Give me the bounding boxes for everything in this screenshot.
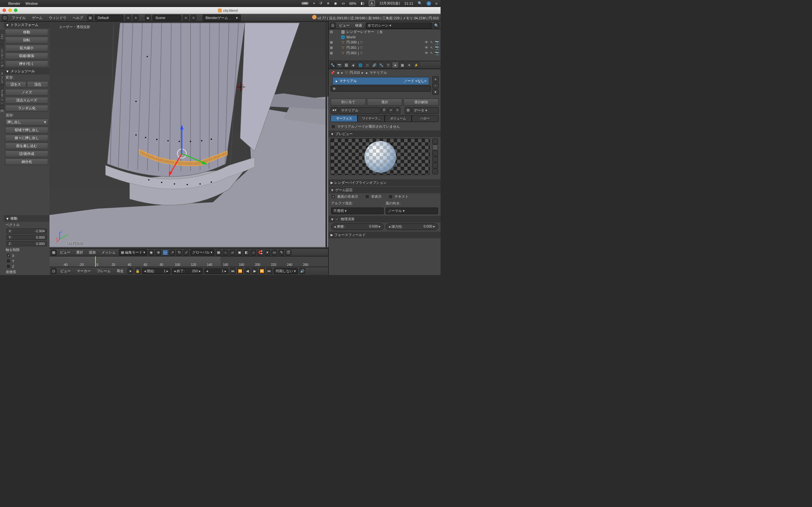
smooth-vertex-button[interactable]: 頂点スムーズ (5, 97, 48, 104)
menu-file[interactable]: ファイル (9, 15, 28, 21)
constraint-z-checkbox[interactable] (6, 264, 10, 268)
jump-start-icon[interactable]: ⏮ (230, 268, 236, 274)
friction-field[interactable]: ◂ 摩擦:0.500 ▸ (331, 223, 384, 230)
text-checkbox[interactable] (389, 194, 393, 199)
face-dropdown[interactable]: ノーマル ▾ (386, 208, 438, 214)
vector-y-field[interactable]: Y:0.000 (6, 235, 47, 240)
cursor-icon[interactable]: ↖ (430, 40, 433, 44)
fake-user-toggle[interactable]: F (381, 107, 387, 114)
sel-vertex-icon[interactable]: ▫ (223, 250, 229, 256)
prop-tab-object[interactable]: □ (364, 62, 370, 68)
wire-tab[interactable]: ワイヤーフ... (357, 115, 385, 122)
info-editor-icon[interactable]: ⓘ (2, 15, 8, 20)
tab-gpencil[interactable]: グリースペン (0, 85, 4, 105)
backface-checkbox[interactable] (331, 194, 335, 199)
inset-button[interactable]: 面を差し込む (5, 143, 48, 149)
extrude-individual-button[interactable]: 個々に押し出し (5, 135, 48, 141)
randomize-button[interactable]: ランダム化 (5, 105, 48, 112)
mode-dropdown[interactable]: ▦ 編集モード ▾ (119, 249, 147, 256)
manipulator-scale-icon[interactable]: ⤢ (183, 250, 189, 256)
vertex-slide-button[interactable]: 頂点 (27, 81, 48, 88)
manipulator-toggle-icon[interactable]: ↔ (162, 250, 168, 256)
scale-button[interactable]: 拡大縮小 (5, 45, 48, 51)
zoom-button[interactable] (14, 9, 17, 12)
material-unlink-icon[interactable]: × (395, 107, 400, 114)
elastic-field[interactable]: ◂ 弾力性:0.000 ▸ (386, 223, 438, 230)
scene-dropdown[interactable]: Scene (153, 15, 181, 20)
material-new-icon[interactable]: + (388, 107, 394, 114)
autokey-icon[interactable]: ● (128, 268, 133, 274)
outliner-filter[interactable]: 全てのシーン ▾ (366, 22, 432, 29)
select-menu[interactable]: 選択 (74, 249, 85, 256)
outliner-row-world[interactable]: 🌐World (328, 35, 441, 40)
push-button[interactable]: 押す/引く (5, 60, 48, 67)
preview-cube-icon[interactable] (432, 151, 438, 156)
assign-button[interactable]: 割り当て (331, 99, 366, 106)
mesh-tools-header[interactable]: ▼ メッシュツール (4, 68, 49, 74)
wifi-icon[interactable]: ◉ (334, 1, 337, 5)
prop-tab-material[interactable]: ● (392, 62, 398, 68)
noise-button[interactable]: ノイズ (5, 89, 48, 96)
slot-menu-icon[interactable]: ▾ (432, 89, 439, 95)
extrude-dropdown[interactable]: 押し出し▾ (5, 119, 48, 125)
engine-dropdown[interactable]: Blenderゲーム▾ (203, 14, 241, 21)
use-nodes-checkbox[interactable] (331, 124, 335, 129)
extrude-region-button[interactable]: 領域で押し出し (5, 127, 48, 133)
halo-tab[interactable]: ハロー (412, 115, 439, 122)
tl-playback[interactable]: 再生 (114, 268, 126, 274)
snap-icon[interactable]: 🧲 (258, 250, 263, 256)
outliner[interactable]: ⊟🖼レンダーレイヤー| 🖻 🌐World ⊞▽円.000 | ▽👁↖📷 ⊞▽円.… (328, 29, 441, 61)
slot-remove-icon[interactable]: − (432, 83, 439, 89)
outliner-row-circle000[interactable]: ⊞▽円.000 | ▽👁↖📷 (328, 40, 441, 45)
sel-edge-icon[interactable]: ▱ (230, 250, 235, 256)
3d-viewport[interactable]: ユーザー・透視投影 z y x (1) 円.010 (49, 21, 328, 248)
play-icon[interactable]: ▶ (252, 268, 258, 274)
material-slot-empty[interactable]: ⊕ (331, 86, 431, 92)
input-method[interactable]: あ (369, 1, 375, 6)
pin-icon[interactable]: 📌 (331, 71, 335, 75)
preview-world-icon[interactable] (432, 169, 438, 174)
eye-icon[interactable]: 👁 (425, 40, 428, 44)
outliner-editor-icon[interactable]: ☰ (330, 22, 336, 28)
edge-slide-button[interactable]: 辺をス (5, 81, 26, 88)
orientation-dropdown[interactable]: グローバル ▾ (190, 249, 214, 256)
prop-tab-render[interactable]: 📷 (336, 62, 343, 68)
slot-add-icon[interactable]: + (432, 76, 439, 82)
shading-icon[interactable]: ◉ (148, 250, 154, 256)
render-border-icon[interactable]: ▭ (271, 250, 277, 256)
props-editor-icon[interactable]: 🔧 (330, 62, 336, 68)
limit-selection-icon[interactable]: ◧ (244, 250, 249, 256)
outliner-row-renderlayers[interactable]: ⊟🖼レンダーレイヤー| 🖻 (328, 29, 441, 35)
preview-monkey-icon[interactable] (432, 157, 438, 162)
bluetooth-icon[interactable]: ∗ (327, 1, 329, 5)
menu-help[interactable]: ヘルプ (70, 15, 85, 21)
manipulator-translate-icon[interactable]: ↗ (169, 250, 175, 256)
close-button[interactable] (3, 9, 6, 12)
last-operator-header[interactable]: ▼ 移動 (4, 215, 49, 222)
translate-button[interactable]: 移動 (5, 29, 48, 36)
layers-icon[interactable]: ▦ (216, 250, 221, 256)
menu-game[interactable]: ゲーム (30, 15, 45, 21)
invisible-checkbox[interactable] (365, 194, 369, 199)
outliner-search[interactable]: 検索 (353, 22, 364, 29)
end-field[interactable]: ◂ 終了: 250 ▸ (172, 268, 202, 274)
breadcrumb-obj[interactable]: 円.010 (350, 70, 360, 75)
time[interactable]: 21:11 (404, 2, 413, 5)
viewport-scrollbar[interactable] (325, 21, 327, 248)
outliner-view[interactable]: ビュー (337, 22, 352, 29)
constraint-x-checkbox[interactable] (6, 253, 10, 258)
tab-tools[interactable]: ツール (0, 30, 4, 40)
clapper-icon[interactable]: 🎬 (286, 250, 291, 256)
editor-type-icon[interactable]: ▦ (51, 250, 56, 256)
battery-icon[interactable]: ▮▯ (361, 1, 364, 5)
timemachine-icon[interactable]: ↺ (319, 1, 322, 5)
current-field[interactable]: ◂ 1 ▸ (204, 268, 229, 274)
tab-options[interactable]: オプショ (0, 68, 4, 85)
prop-tab-texture[interactable]: ▦ (399, 62, 405, 68)
vector-z-field[interactable]: Z:0.000 (6, 241, 47, 246)
playhead[interactable] (95, 257, 96, 267)
outliner-row-circle002[interactable]: ⊞▽円.002 | ▽👁↖📷 (328, 50, 441, 56)
siri-icon[interactable] (426, 1, 431, 6)
menu-window[interactable]: Window (26, 2, 38, 5)
alpha-dropdown[interactable]: 不透明 ▾ (331, 208, 384, 214)
